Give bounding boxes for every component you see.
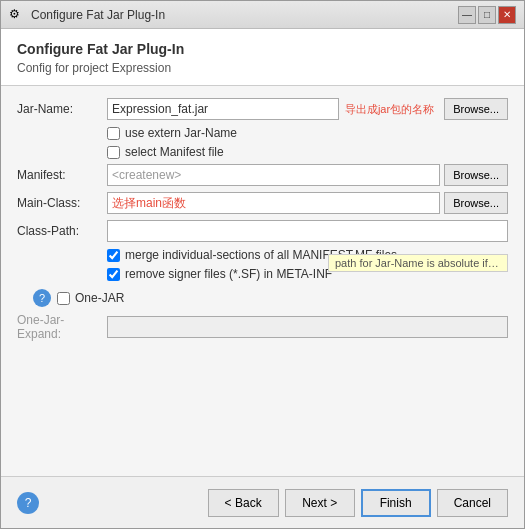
tooltip-box: path for Jar-Name is absolute if che (328, 254, 508, 272)
use-extern-row: use extern Jar-Name (17, 126, 508, 140)
onejar-row: ? One-JAR (17, 289, 508, 307)
jarname-row: Jar-Name: 导出成jar包的名称 Browse... (17, 98, 508, 120)
use-extern-checkbox[interactable] (107, 127, 120, 140)
title-bar-buttons: — □ ✕ (458, 6, 516, 24)
main-window: ⚙ Configure Fat Jar Plug-In — □ ✕ Config… (0, 0, 525, 529)
title-bar: ⚙ Configure Fat Jar Plug-In — □ ✕ (1, 1, 524, 29)
jarname-browse-button[interactable]: Browse... (444, 98, 508, 120)
manifest-browse-button[interactable]: Browse... (444, 164, 508, 186)
minimize-button[interactable]: — (458, 6, 476, 24)
close-button[interactable]: ✕ (498, 6, 516, 24)
select-manifest-row: select Manifest file (17, 145, 508, 159)
finish-button[interactable]: Finish (361, 489, 431, 517)
select-manifest-label: select Manifest file (125, 145, 224, 159)
next-button[interactable]: Next > (285, 489, 355, 517)
classpath-label: Class-Path: (17, 224, 107, 238)
onejar-expand-label: One-Jar-Expand: (17, 313, 107, 341)
jarname-annotation: 导出成jar包的名称 (345, 102, 434, 117)
manifest-input[interactable] (107, 164, 440, 186)
onejar-label: One-JAR (75, 291, 124, 305)
jarname-label: Jar-Name: (17, 102, 107, 116)
select-manifest-checkbox[interactable] (107, 146, 120, 159)
classpath-input[interactable] (107, 220, 508, 242)
onejar-help-icon[interactable]: ? (33, 289, 51, 307)
onejar-expand-row: One-Jar-Expand: (17, 313, 508, 341)
title-bar-left: ⚙ Configure Fat Jar Plug-In (9, 7, 165, 23)
cancel-button[interactable]: Cancel (437, 489, 508, 517)
footer-left: ? (17, 492, 39, 514)
mainclass-row: Main-Class: Browse... (17, 192, 508, 214)
manifest-label: Manifest: (17, 168, 107, 182)
manifest-row: Manifest: Browse... (17, 164, 508, 186)
use-extern-label: use extern Jar-Name (125, 126, 237, 140)
onejar-checkbox[interactable] (57, 292, 70, 305)
mainclass-input[interactable] (107, 192, 440, 214)
mainclass-label: Main-Class: (17, 196, 107, 210)
footer-help-icon[interactable]: ? (17, 492, 39, 514)
onejar-expand-input[interactable] (107, 316, 508, 338)
app-icon: ⚙ (9, 7, 25, 23)
header-section: Configure Fat Jar Plug-In Config for pro… (1, 29, 524, 86)
remove-signer-checkbox[interactable] (107, 268, 120, 281)
title-bar-text: Configure Fat Jar Plug-In (31, 8, 165, 22)
maximize-button[interactable]: □ (478, 6, 496, 24)
remove-signer-label: remove signer files (*.SF) in META-INF (125, 267, 332, 281)
merge-manifest-checkbox[interactable] (107, 249, 120, 262)
footer: ? < Back Next > Finish Cancel (1, 476, 524, 528)
classpath-row: Class-Path: (17, 220, 508, 242)
footer-buttons: < Back Next > Finish Cancel (208, 489, 508, 517)
header-subtitle: Config for project Expression (17, 61, 508, 75)
content-area: Jar-Name: 导出成jar包的名称 Browse... use exter… (1, 86, 524, 476)
jarname-input[interactable] (107, 98, 339, 120)
header-title: Configure Fat Jar Plug-In (17, 41, 508, 57)
mainclass-browse-button[interactable]: Browse... (444, 192, 508, 214)
back-button[interactable]: < Back (208, 489, 279, 517)
